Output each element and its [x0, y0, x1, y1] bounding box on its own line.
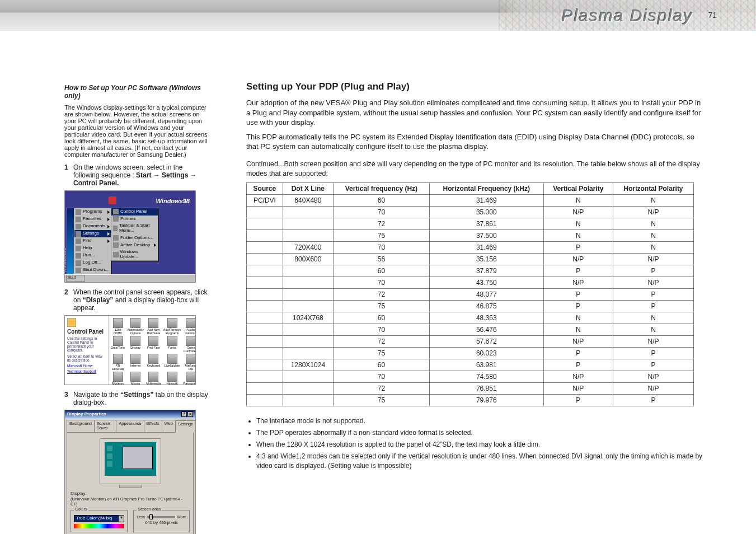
cp-item[interactable]: Accessibility Options	[127, 318, 144, 335]
step3-b: “Settings”	[120, 391, 153, 399]
settings-submenu[interactable]: Control Panel Printers Taskbar & Start M…	[111, 208, 158, 261]
start-button[interactable]: Start	[66, 275, 85, 282]
cp-item-label: Game Controllers	[184, 346, 196, 353]
submenu-printers[interactable]: Printers	[111, 216, 158, 223]
cp-item-icon	[148, 318, 158, 328]
cp-item[interactable]: Mouse	[127, 372, 144, 385]
cp-item[interactable]: Add/Remove Programs	[163, 318, 181, 335]
link-ms-home[interactable]: Microsoft Home	[67, 364, 106, 368]
chevron-down-icon[interactable]: ▾	[118, 515, 124, 522]
menu-documents[interactable]: Documents	[74, 223, 111, 230]
cp-sidebar: Control Panel Use the settings in Contro…	[65, 316, 109, 385]
table-row: 7248.077PP	[247, 289, 694, 301]
help-icon[interactable]: ?	[181, 411, 187, 417]
table-row: 7035.000N/PN/P	[247, 207, 694, 218]
submenu-folder[interactable]: Folder Options...	[111, 234, 158, 241]
table-cell: 70	[333, 277, 429, 289]
slider-thumb[interactable]	[149, 514, 153, 519]
table-cell: 72	[333, 218, 429, 230]
cp-item[interactable]: Fonts	[163, 336, 181, 353]
cp-item-icon	[167, 318, 177, 328]
table-cell	[247, 254, 283, 265]
table-cell	[247, 242, 283, 254]
table-cell: P	[543, 395, 613, 406]
menu-logoff[interactable]: Log Off...	[74, 259, 111, 266]
table-cell: 1280X1024	[283, 359, 333, 371]
submenu-win-update[interactable]: Windows Update...	[111, 249, 158, 260]
table-header: Horizontal Polarity	[613, 183, 694, 195]
cp-item[interactable]: Multimedia	[146, 372, 161, 385]
start-menu[interactable]: Windows98 Programs Favorites Documents S…	[67, 208, 111, 274]
table-row: 800X6005635.156N/PN/P	[247, 254, 694, 265]
group-screen-area: Screen area Less More 640 by 480 pixels	[133, 510, 190, 532]
table-cell: 48.363	[429, 312, 543, 324]
table-cell: 46.875	[429, 301, 543, 312]
table-cell: 48.077	[429, 289, 543, 301]
table-cell: 75	[333, 301, 429, 312]
tab-settings[interactable]: Settings	[175, 420, 196, 433]
link-tech-support[interactable]: Technical Support	[67, 369, 106, 373]
menu-run[interactable]: Run...	[74, 252, 111, 259]
screenshot-start-menu: Windows98 Online Services My Documents R…	[64, 190, 196, 283]
cp-item[interactable]: Passwords	[184, 372, 196, 385]
cp-item[interactable]: Mail and Fax	[184, 354, 196, 371]
table-cell	[247, 312, 283, 324]
tab-effects[interactable]: Effects	[144, 420, 162, 432]
cp-item-icon	[186, 354, 196, 364]
menu-favorites[interactable]: Favorites	[74, 216, 111, 223]
tab-screensaver[interactable]: Screen Saver	[94, 420, 116, 432]
cp-item[interactable]: Find Fast	[146, 336, 161, 353]
submenu-control-panel[interactable]: Control Panel	[111, 208, 158, 216]
table-row: 7237.861NN	[247, 218, 694, 230]
taskbar[interactable]: Start	[65, 274, 195, 282]
display-label: Display:	[71, 491, 190, 496]
table-cell: N/P	[543, 254, 613, 265]
tab-background[interactable]: Background	[67, 420, 95, 432]
cp-item[interactable]: 32bit ODBC	[111, 318, 125, 335]
submenu-active-desktop[interactable]: Active Desktop	[111, 241, 158, 249]
intro-p1: Our adoption of the new VESA® Plug and P…	[246, 98, 705, 128]
desktop-icon[interactable]	[109, 196, 116, 204]
cp-item[interactable]: Network	[163, 372, 181, 385]
table-cell: 60.023	[429, 348, 543, 359]
cp-item[interactable]: Display	[127, 336, 144, 353]
table-cell	[283, 371, 333, 383]
resolution-slider[interactable]	[147, 516, 175, 518]
cp-item-icon	[130, 372, 140, 382]
cp-item-icon	[130, 318, 140, 328]
table-row: 7056.476NN	[247, 324, 694, 336]
right-column: Setting up Your PDP (Plug and Play) Our …	[246, 81, 705, 472]
tab-appearance[interactable]: Appearance	[116, 420, 144, 432]
cp-desc: Use the settings in Control Panel to per…	[67, 336, 106, 353]
cp-title: Control Panel	[67, 329, 106, 335]
cp-item[interactable]: Add New Hardware	[146, 318, 161, 335]
table-cell: N/P	[543, 336, 613, 348]
howto-blurb: The Windows display-settings for a typic…	[64, 104, 210, 158]
intro-p2: This PDP automatically tells the PC syst…	[246, 132, 705, 152]
color-depth-select[interactable]: True Color (24 bit) ▾	[74, 515, 124, 522]
cp-item[interactable]: Adobe Gamma	[184, 318, 196, 335]
cp-item[interactable]: ATI DeskTop	[111, 354, 125, 371]
table-cell: 35.156	[429, 254, 543, 265]
menu-programs[interactable]: Programs	[74, 208, 111, 216]
close-icon[interactable]: ×	[187, 411, 193, 417]
menu-help[interactable]: Help	[74, 245, 111, 252]
note-item: The interlace mode is not supported.	[256, 416, 705, 426]
cp-item[interactable]: Game Controllers	[184, 336, 196, 353]
tab-web[interactable]: Web	[162, 420, 176, 432]
menu-find[interactable]: Find	[74, 237, 111, 245]
table-cell: 74.580	[429, 371, 543, 383]
menu-shutdown[interactable]: Shut Down...	[74, 266, 111, 274]
menu-settings[interactable]: Settings	[74, 230, 111, 237]
cp-item[interactable]: Modems	[111, 372, 125, 385]
cp-item[interactable]: Keyboard	[146, 354, 161, 371]
table-cell: P	[543, 265, 613, 277]
table-cell: N	[543, 230, 613, 242]
cp-item-icon	[130, 336, 140, 346]
submenu-taskbar[interactable]: Taskbar & Start Menu...	[111, 223, 158, 235]
cp-item[interactable]: Internet	[127, 354, 144, 371]
table-cell	[247, 289, 283, 301]
cp-item[interactable]: Date/Time	[111, 336, 125, 353]
cp-item[interactable]: LiveUpdate	[163, 354, 181, 371]
dialog-titlebar[interactable]: Display Properties ? ×	[65, 410, 195, 418]
